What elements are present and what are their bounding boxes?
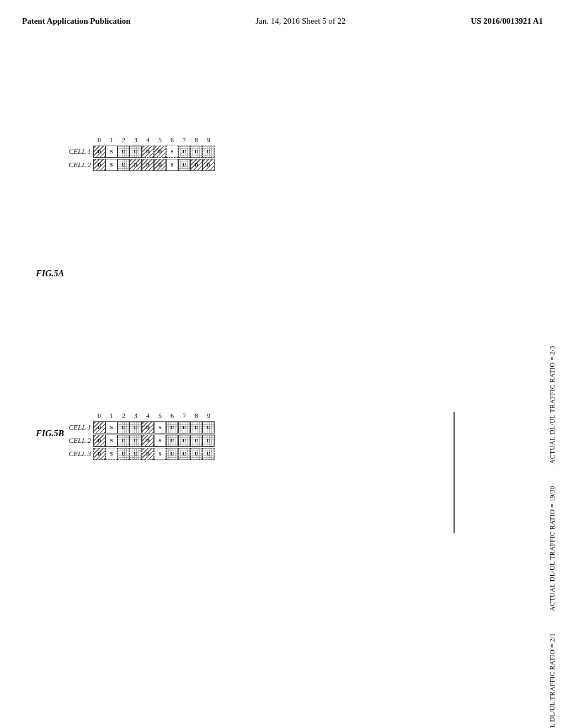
- time-num-7: 7: [178, 136, 190, 144]
- fig5b-cell3-row: CELL 3 D S U U D S U U U U: [66, 448, 215, 460]
- fig5b-cell3-slot1: S: [105, 448, 118, 460]
- annotation-3-container: ACTUAL DL/UL TRAFFIC RATIO = 2/1: [548, 633, 557, 728]
- fig5b-time-axis: 0 1 2 3 4 5 6 7 8 9: [93, 412, 215, 420]
- fig5b-diagram: 0 1 2 3 4 5 6 7 8 9 CELL 1 D S U U D S U…: [66, 412, 215, 461]
- fig5a-label: FIG.5A: [36, 269, 64, 279]
- fig5b-cell2-label: CELL 2: [66, 436, 91, 445]
- fig5b-time-num-1: 1: [105, 412, 118, 420]
- fig5b-cell1-slot9: U: [202, 421, 215, 433]
- fig5b-time-num-7: 7: [178, 412, 190, 420]
- fig5b-time-num-0: 0: [93, 412, 105, 420]
- header-date-sheet: Jan. 14, 2016 Sheet 5 of 22: [255, 17, 345, 26]
- fig5b-cell2-slot6: U: [166, 435, 178, 447]
- fig5a-cell2-slot9: D: [202, 159, 215, 171]
- time-num-4: 4: [142, 136, 154, 144]
- fig5b-cell3-slot6: U: [166, 448, 178, 460]
- fig5a-cell2-slot0: D: [93, 159, 105, 171]
- annotation-1-container: ACTUAL DL/UL TRAFFIC RATIO = 2/3: [548, 346, 557, 464]
- fig5b-cell1-row: CELL 1 D S U U D S U U U U: [66, 421, 215, 433]
- fig5a-cell1-slot8: U: [190, 146, 202, 158]
- fig5b-cell3-slot9: U: [202, 448, 215, 460]
- fig5a-cell2-slot5: D: [154, 159, 166, 171]
- fig5b-cell2-row: CELL 2 D S U U D S U U U U: [66, 435, 215, 447]
- fig5a-cell1-slot5: D: [154, 146, 166, 158]
- fig5a-cell2-slot4: D: [142, 159, 154, 171]
- header-publication-type: Patent Application Publication: [22, 17, 131, 26]
- fig5b-cell1-slot0: D: [93, 421, 105, 433]
- fig5a-cell2-row: CELL 2 D S U D D D S U D D: [66, 159, 215, 171]
- fig5b-cell3-slot4: D: [142, 448, 154, 460]
- annotation-3-text: ACTUAL DL/UL TRAFFIC RATIO = 2/1: [548, 633, 557, 728]
- fig5a-cell1-slot1: S: [105, 146, 118, 158]
- fig5b-cell1-slot4: D: [142, 421, 154, 433]
- fig5b-cell3-slot5: S: [154, 448, 166, 460]
- fig5b-cell1-slot1: S: [105, 421, 118, 433]
- annotation-1-text: ACTUAL DL/UL TRAFFIC RATIO = 2/3: [548, 346, 557, 464]
- header-patent-number: US 2016/0013921 A1: [471, 17, 543, 26]
- annotations-group: ACTUAL DL/UL TRAFFIC RATIO = 2/3 ACTUAL …: [548, 346, 557, 728]
- time-num-2: 2: [118, 136, 130, 144]
- fig5b-cell3-slot8: U: [190, 448, 202, 460]
- fig5b-cell1-slot5: S: [154, 421, 166, 433]
- fig5b-cell1-slot2: U: [118, 421, 130, 433]
- fig5a-cell2-label: CELL 2: [66, 160, 91, 169]
- time-num-9: 9: [202, 136, 215, 144]
- fig5b-cell1-slot6: U: [166, 421, 178, 433]
- fig5a-cell1-label: CELL 1: [66, 147, 91, 156]
- main-content: FIG.5A 0 1 2 3 4 5 6 7 8 9 CELL 1 D S U …: [0, 26, 565, 710]
- time-num-3: 3: [130, 136, 142, 144]
- fig5b-cell2-slot4: D: [142, 435, 154, 447]
- fig5b-time-num-5: 5: [154, 412, 166, 420]
- fig5a-cell2-slot1: S: [105, 159, 118, 171]
- fig5a-cell1-slot3: U: [130, 146, 142, 158]
- fig5b-cell1-slot8: U: [190, 421, 202, 433]
- fig5b-time-num-4: 4: [142, 412, 154, 420]
- fig5b-cell2-slot2: U: [118, 435, 130, 447]
- fig5a-cell2-slot2: U: [118, 159, 130, 171]
- fig5b-time-num-9: 9: [202, 412, 215, 420]
- time-num-1: 1: [105, 136, 118, 144]
- fig5b-time-num-3: 3: [130, 412, 142, 420]
- fig5b-time-num-8: 8: [190, 412, 202, 420]
- fig5a-cell1-slot2: U: [118, 146, 130, 158]
- fig5b-cell2-slot1: S: [105, 435, 118, 447]
- fig5b-time-num-2: 2: [118, 412, 130, 420]
- fig5a-cell1-slot4: D: [142, 146, 154, 158]
- annotation-2-text: ACTUAL DL/UL TRAFFIC RATIO = 19/30: [548, 486, 557, 611]
- fig5b-cell2-slot8: U: [190, 435, 202, 447]
- fig5a-cell1-slot6: S: [166, 146, 178, 158]
- fig5a-cell2-slot3: D: [130, 159, 142, 171]
- fig5a-cell1-slot7: U: [178, 146, 190, 158]
- page-header: Patent Application Publication Jan. 14, …: [0, 0, 565, 26]
- fig5b-label: FIG.5B: [36, 429, 64, 438]
- fig5a-diagram: 0 1 2 3 4 5 6 7 8 9 CELL 1 D S U U D D S…: [66, 136, 215, 172]
- fig5b-cell1-slot7: U: [178, 421, 190, 433]
- fig5b-cell2-slot7: U: [178, 435, 190, 447]
- fig5a-cell1-slot0: D: [93, 146, 105, 158]
- fig5b-cell1-label: CELL 1: [66, 423, 91, 432]
- fig5a-cell2-slot6: S: [166, 159, 178, 171]
- fig5b-cell1-slot3: U: [130, 421, 142, 433]
- time-num-5: 5: [154, 136, 166, 144]
- fig5b-cell3-slot7: U: [178, 448, 190, 460]
- fig5b-cell3-slot3: U: [130, 448, 142, 460]
- fig5b-cell2-slot5: S: [154, 435, 166, 447]
- fig5a-cell2-slot7: U: [178, 159, 190, 171]
- time-num-8: 8: [190, 136, 202, 144]
- fig5b-cell3-slot2: U: [118, 448, 130, 460]
- fig5a-cell1-slot9: U: [202, 146, 215, 158]
- bracket-left: [454, 412, 455, 533]
- fig5b-cell3-slot0: D: [93, 448, 105, 460]
- time-num-6: 6: [166, 136, 178, 144]
- fig5b-cell2-slot3: U: [130, 435, 142, 447]
- fig5a-cell2-slot8: D: [190, 159, 202, 171]
- time-num-0: 0: [93, 136, 105, 144]
- fig5b-cell2-slot0: D: [93, 435, 105, 447]
- fig5a-time-axis: 0 1 2 3 4 5 6 7 8 9: [93, 136, 215, 144]
- fig5b-cell3-label: CELL 3: [66, 449, 91, 458]
- fig5b-time-num-6: 6: [166, 412, 178, 420]
- fig5b-cell2-slot9: U: [202, 435, 215, 447]
- fig5a-cell1-row: CELL 1 D S U U D D S U U U: [66, 146, 215, 158]
- annotation-2-container: ACTUAL DL/UL TRAFFIC RATIO = 19/30: [548, 486, 557, 611]
